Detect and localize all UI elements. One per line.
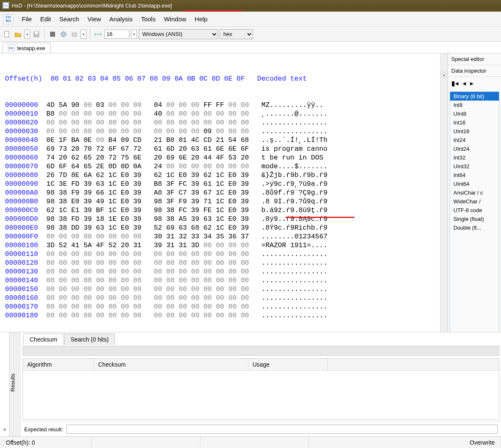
- status-blank1: [92, 437, 200, 448]
- tool-icon-2[interactable]: [59, 30, 68, 39]
- svg-text:Fo: Fo: [4, 4, 8, 8]
- tab-checksum[interactable]: Checksum: [23, 334, 63, 345]
- menu-edit[interactable]: Edit: [36, 14, 55, 24]
- hex-row[interactable]: 000000D0 98 38 FD 39 18 1E E0 39 98 38 A…: [5, 215, 448, 223]
- tool-dropdown[interactable]: ▾: [81, 30, 86, 39]
- open-dropdown[interactable]: ▾: [24, 30, 30, 39]
- svg-rect-8: [72, 33, 76, 36]
- svg-rect-6: [50, 32, 55, 37]
- new-button[interactable]: [3, 30, 12, 39]
- prev-icon[interactable]: ◂: [463, 79, 466, 87]
- results-side-label[interactable]: Results: [9, 332, 21, 436]
- expected-result-input[interactable]: [66, 425, 498, 434]
- type-item[interactable]: UInt8: [450, 109, 499, 118]
- next-icon[interactable]: ▸: [470, 79, 473, 87]
- scroll-up-icon[interactable]: ▴: [440, 71, 448, 78]
- type-item[interactable]: UInt64: [450, 180, 499, 188]
- type-item[interactable]: Int32: [450, 153, 499, 162]
- open-button[interactable]: [13, 30, 23, 39]
- bytes-per-row-input[interactable]: [104, 30, 129, 39]
- hex-row[interactable]: 00000070 6D 6F 64 65 2E 0D 0D 0A 24 00 0…: [5, 162, 448, 171]
- col-usage[interactable]: Usage: [248, 359, 328, 370]
- hex-row[interactable]: 000000A0 98 38 F9 39 66 1C E0 39 A8 3F C…: [5, 188, 448, 197]
- hex-row[interactable]: 00000000 4D 5A 90 00 03 00 00 00 04 00 0…: [5, 101, 448, 109]
- menu-file[interactable]: File: [18, 14, 36, 24]
- hex-row[interactable]: 00000180 00 00 00 00 00 00 00 00 00 00 0…: [5, 311, 448, 320]
- type-item[interactable]: Single (float): [450, 215, 499, 223]
- toolbar: ▾ ▾ ▾ Windows (ANSI) hex: [0, 27, 501, 42]
- hex-row[interactable]: 000000F0 00 00 00 00 00 00 00 00 30 31 3…: [5, 232, 448, 241]
- tool-icon-1[interactable]: [48, 30, 57, 39]
- tab-search[interactable]: Search (0 hits): [64, 334, 115, 345]
- menu-bar: FORO File Edit Search View Analysis Tool…: [0, 12, 501, 27]
- svg-rect-3: [5, 31, 9, 37]
- hex-row[interactable]: 00000050 69 73 20 70 72 6F 67 72 61 6D 2…: [5, 144, 448, 153]
- hex-row[interactable]: 00000140 00 00 00 00 00 00 00 00 00 00 0…: [5, 276, 448, 285]
- hex-row[interactable]: 00000040 0E 1F BA 0E 00 B4 09 CD 21 B8 0…: [5, 136, 448, 144]
- hex-row[interactable]: 00000060 74 20 62 65 20 72 75 6E 20 69 6…: [5, 153, 448, 162]
- width-icon[interactable]: [94, 30, 103, 39]
- results-close-button[interactable]: ×: [0, 332, 9, 436]
- menu-analysis[interactable]: Analysis: [105, 14, 137, 24]
- hex-row[interactable]: 00000090 1C 3E FD 39 63 1C E0 39 B8 3F F…: [5, 180, 448, 188]
- type-item[interactable]: WideChar /: [450, 197, 499, 206]
- document-tabs: FO testapp.exe: [0, 42, 501, 53]
- side-subtitle: Data inspector: [448, 65, 501, 77]
- results-panel: × Results Checksum Search (0 hits) Algor…: [0, 332, 501, 436]
- app-icon: Fo: [3, 2, 9, 9]
- hex-row[interactable]: 00000020 00 00 00 00 00 00 00 00 00 00 0…: [5, 118, 448, 127]
- annotation-underline-razor: [286, 217, 354, 218]
- type-item[interactable]: Int16: [450, 118, 499, 127]
- type-item[interactable]: Int8: [450, 101, 499, 109]
- hex-row[interactable]: 00000130 00 00 00 00 00 00 00 00 00 00 0…: [5, 267, 448, 276]
- menu-view[interactable]: View: [84, 14, 105, 24]
- save-button[interactable]: [32, 30, 41, 39]
- hex-row[interactable]: 00000120 00 00 00 00 00 00 00 00 00 00 0…: [5, 258, 448, 267]
- type-item[interactable]: UInt24: [450, 144, 499, 153]
- hex-row[interactable]: 00000010 B8 00 00 00 00 00 00 00 40 00 0…: [5, 109, 448, 118]
- results-table: Algorithm Checksum Usage: [23, 358, 499, 420]
- menu-window[interactable]: Window: [160, 14, 190, 24]
- hex-row[interactable]: 00000110 00 00 00 00 00 00 00 00 00 00 0…: [5, 250, 448, 258]
- hex-row[interactable]: 00000080 26 7D 8E 6A 62 1C E0 39 62 1C E…: [5, 171, 448, 180]
- first-icon[interactable]: ▮◂: [451, 79, 458, 87]
- inspector-nav: ▮◂ ◂ ▸: [448, 77, 501, 90]
- status-mode: Overwrite: [464, 437, 501, 448]
- type-item[interactable]: UInt16: [450, 127, 499, 136]
- hex-row[interactable]: 000000C0 62 1C E1 39 BF 1C E0 39 98 38 F…: [5, 206, 448, 215]
- menu-tools[interactable]: Tools: [137, 14, 160, 24]
- type-item[interactable]: UInt32: [450, 162, 499, 171]
- base-select[interactable]: hex: [220, 29, 253, 39]
- hex-row[interactable]: 000000E0 98 38 DD 39 63 1C E0 39 52 69 6…: [5, 223, 448, 232]
- file-icon: FO: [8, 45, 15, 51]
- status-blank2: [200, 437, 309, 448]
- type-item[interactable]: Binary (8 bit): [450, 92, 499, 101]
- app-icon-small: FORO: [3, 14, 13, 24]
- type-item[interactable]: Double (fl...: [450, 223, 499, 232]
- expected-result-label: Expected result:: [24, 426, 63, 433]
- svg-point-7: [61, 32, 66, 37]
- results-tabs: Checksum Search (0 hits): [21, 332, 501, 345]
- hex-row[interactable]: 00000150 00 00 00 00 00 00 00 00 00 00 0…: [5, 285, 448, 294]
- type-item[interactable]: Int64: [450, 171, 499, 180]
- window-title-path: H:\Steam\steamapps\common\Midnight Club …: [28, 3, 170, 9]
- tool-icon-3[interactable]: [70, 30, 79, 39]
- type-item[interactable]: AnsiChar / c: [450, 188, 499, 197]
- hex-row[interactable]: 000000B0 98 38 E0 39 49 1C E0 39 98 3F F…: [5, 197, 448, 206]
- hex-row[interactable]: 00000030 00 00 00 00 00 00 00 00 00 00 0…: [5, 127, 448, 136]
- window-title-prefix: HxD - [: [12, 3, 28, 9]
- hex-row[interactable]: 00000170 00 00 00 00 00 00 00 00 00 00 0…: [5, 302, 448, 311]
- bytes-dropdown[interactable]: ▾: [131, 30, 137, 39]
- menu-search[interactable]: Search: [55, 14, 84, 24]
- hex-row[interactable]: 00000160 00 00 00 00 00 00 00 00 00 00 0…: [5, 294, 448, 302]
- col-algorithm[interactable]: Algorithm: [23, 359, 94, 370]
- tab-testapp[interactable]: FO testapp.exe: [3, 43, 51, 53]
- menu-help[interactable]: Help: [190, 14, 212, 24]
- hex-row[interactable]: 00000100 3D 52 41 5A 4F 52 20 31 39 31 3…: [5, 241, 448, 250]
- results-toolbar: [23, 346, 499, 356]
- col-checksum[interactable]: Checksum: [94, 359, 248, 370]
- side-title: Special editor: [448, 53, 501, 65]
- type-item[interactable]: UTF-8 code: [450, 206, 499, 215]
- type-item[interactable]: Int24: [450, 136, 499, 144]
- encoding-select[interactable]: Windows (ANSI): [139, 29, 218, 39]
